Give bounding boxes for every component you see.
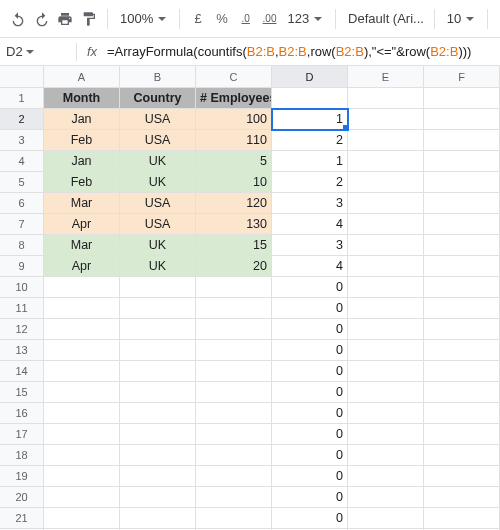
cell-D21[interactable]: 0 [272, 508, 348, 529]
name-box[interactable]: D2 [6, 44, 70, 59]
cell-A8[interactable]: Mar [44, 235, 120, 256]
row-header-3[interactable]: 3 [0, 130, 44, 151]
row-header-1[interactable]: 1 [0, 88, 44, 109]
cell-A18[interactable] [44, 445, 120, 466]
cell-B11[interactable] [120, 298, 196, 319]
row-header-20[interactable]: 20 [0, 487, 44, 508]
cell-E11[interactable] [348, 298, 424, 319]
cell-A4[interactable]: Jan [44, 151, 120, 172]
row-header-14[interactable]: 14 [0, 361, 44, 382]
cell-D17[interactable]: 0 [272, 424, 348, 445]
font-family-dropdown[interactable]: Default (Ari... [344, 8, 426, 30]
row-header-6[interactable]: 6 [0, 193, 44, 214]
row-header-8[interactable]: 8 [0, 235, 44, 256]
cell-B10[interactable] [120, 277, 196, 298]
undo-icon[interactable] [8, 8, 28, 30]
cell-D8[interactable]: 3 [272, 235, 348, 256]
cell-D14[interactable]: 0 [272, 361, 348, 382]
cell-C17[interactable] [196, 424, 272, 445]
cell-F18[interactable] [424, 445, 500, 466]
cell-D2[interactable]: 1 [272, 109, 348, 130]
cell-B16[interactable] [120, 403, 196, 424]
cell-D13[interactable]: 0 [272, 340, 348, 361]
cell-B14[interactable] [120, 361, 196, 382]
cell-A5[interactable]: Feb [44, 172, 120, 193]
cell-A7[interactable]: Apr [44, 214, 120, 235]
font-size-dropdown[interactable]: 10 [443, 8, 479, 30]
cell-F14[interactable] [424, 361, 500, 382]
cell-D3[interactable]: 2 [272, 130, 348, 151]
cell-A11[interactable] [44, 298, 120, 319]
cell-A14[interactable] [44, 361, 120, 382]
cell-C6[interactable]: 120 [196, 193, 272, 214]
cell-D1[interactable] [272, 88, 348, 109]
column-header-D[interactable]: D [272, 66, 348, 88]
row-header-7[interactable]: 7 [0, 214, 44, 235]
cell-C8[interactable]: 15 [196, 235, 272, 256]
cell-E2[interactable] [348, 109, 424, 130]
row-header-9[interactable]: 9 [0, 256, 44, 277]
row-header-13[interactable]: 13 [0, 340, 44, 361]
cell-C13[interactable] [196, 340, 272, 361]
cell-A13[interactable] [44, 340, 120, 361]
cell-E9[interactable] [348, 256, 424, 277]
cell-D11[interactable]: 0 [272, 298, 348, 319]
cell-B8[interactable]: UK [120, 235, 196, 256]
redo-icon[interactable] [32, 8, 52, 30]
cell-C16[interactable] [196, 403, 272, 424]
cell-D19[interactable]: 0 [272, 466, 348, 487]
cell-D20[interactable]: 0 [272, 487, 348, 508]
column-header-A[interactable]: A [44, 66, 120, 88]
row-header-2[interactable]: 2 [0, 109, 44, 130]
cell-F10[interactable] [424, 277, 500, 298]
row-header-4[interactable]: 4 [0, 151, 44, 172]
cell-F16[interactable] [424, 403, 500, 424]
cell-C12[interactable] [196, 319, 272, 340]
cell-C21[interactable] [196, 508, 272, 529]
cell-B21[interactable] [120, 508, 196, 529]
formula-input[interactable]: =ArrayFormula(countifs(B2:B,B2:B,row(B2:… [107, 44, 494, 59]
cell-A16[interactable] [44, 403, 120, 424]
cell-E12[interactable] [348, 319, 424, 340]
cell-C15[interactable] [196, 382, 272, 403]
cell-F20[interactable] [424, 487, 500, 508]
cell-D5[interactable]: 2 [272, 172, 348, 193]
cell-F1[interactable] [424, 88, 500, 109]
cell-D4[interactable]: 1 [272, 151, 348, 172]
cell-C3[interactable]: 110 [196, 130, 272, 151]
cell-C7[interactable]: 130 [196, 214, 272, 235]
cell-C18[interactable] [196, 445, 272, 466]
paint-format-icon[interactable] [79, 8, 99, 30]
cell-D12[interactable]: 0 [272, 319, 348, 340]
column-header-B[interactable]: B [120, 66, 196, 88]
cell-F3[interactable] [424, 130, 500, 151]
cell-A6[interactable]: Mar [44, 193, 120, 214]
cell-B18[interactable] [120, 445, 196, 466]
cell-A1[interactable]: Month [44, 88, 120, 109]
print-icon[interactable] [56, 8, 76, 30]
cell-E20[interactable] [348, 487, 424, 508]
cell-E10[interactable] [348, 277, 424, 298]
cell-B17[interactable] [120, 424, 196, 445]
column-header-E[interactable]: E [348, 66, 424, 88]
cell-A10[interactable] [44, 277, 120, 298]
cell-A3[interactable]: Feb [44, 130, 120, 151]
cell-E1[interactable] [348, 88, 424, 109]
cell-B13[interactable] [120, 340, 196, 361]
cell-B1[interactable]: Country [120, 88, 196, 109]
cell-E13[interactable] [348, 340, 424, 361]
decrease-decimal-button[interactable]: .0 [236, 8, 256, 30]
row-header-21[interactable]: 21 [0, 508, 44, 529]
cell-D7[interactable]: 4 [272, 214, 348, 235]
row-header-11[interactable]: 11 [0, 298, 44, 319]
cell-F5[interactable] [424, 172, 500, 193]
cell-E3[interactable] [348, 130, 424, 151]
cell-C9[interactable]: 20 [196, 256, 272, 277]
cell-F11[interactable] [424, 298, 500, 319]
select-all-corner[interactable] [0, 66, 44, 88]
cell-E5[interactable] [348, 172, 424, 193]
cell-D9[interactable]: 4 [272, 256, 348, 277]
cell-A9[interactable]: Apr [44, 256, 120, 277]
cell-A15[interactable] [44, 382, 120, 403]
cell-D6[interactable]: 3 [272, 193, 348, 214]
